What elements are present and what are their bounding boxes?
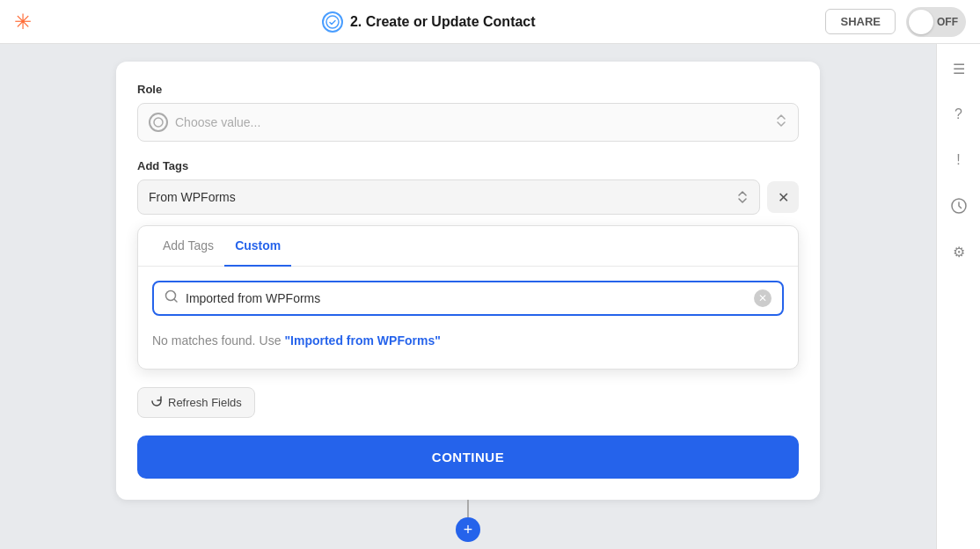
search-input-wrapper: ✕ [152, 281, 784, 316]
add-step-button[interactable]: + [456, 517, 480, 542]
form-card: Role Choose value... Add Tags [116, 62, 820, 500]
menu-icon[interactable]: ☰ [945, 55, 973, 83]
dropdown-body: ✕ No matches found. Use "Imported from W… [138, 267, 798, 369]
no-matches-text: No matches found. [152, 333, 256, 348]
add-tags-label: Add Tags [137, 159, 799, 172]
connector: + [116, 500, 820, 542]
role-arrows [775, 113, 787, 132]
app-logo: ✳ [14, 10, 32, 34]
page-title: 2. Create or Update Contact [322, 11, 536, 33]
share-button[interactable]: SHARE [825, 9, 896, 34]
tab-add-tags[interactable]: Add Tags [152, 226, 224, 267]
close-tags-button[interactable]: ✕ [767, 181, 799, 213]
step-icon [322, 11, 343, 33]
tags-dropdown-panel: Add Tags Custom ✕ [137, 225, 799, 370]
refresh-label: Refresh Fields [168, 396, 242, 409]
no-matches-link[interactable]: "Imported from WPForms" [284, 333, 440, 348]
help-icon[interactable]: ? [945, 100, 973, 128]
header: ✳ 2. Create or Update Contact SHARE OFF [0, 0, 980, 44]
role-placeholder: Choose value... [175, 115, 775, 129]
settings-icon[interactable]: ⚙ [945, 238, 973, 266]
search-icon [165, 289, 179, 307]
dropdown-tabs: Add Tags Custom [138, 226, 798, 267]
header-right: SHARE OFF [825, 7, 966, 37]
svg-point-0 [326, 16, 339, 28]
svg-point-2 [154, 118, 163, 127]
connector-line [467, 500, 469, 517]
continue-button[interactable]: CONTINUE [137, 436, 799, 479]
tags-select-arrows [736, 189, 749, 205]
toggle-circle [909, 10, 933, 34]
toggle-switch[interactable]: OFF [906, 7, 966, 37]
search-input[interactable] [186, 291, 747, 305]
refresh-icon [150, 395, 163, 410]
tags-select-value: From WPForms [149, 190, 736, 204]
refresh-fields-button[interactable]: Refresh Fields [137, 387, 255, 418]
main-content: Role Choose value... Add Tags [0, 44, 936, 549]
role-select-icon [149, 113, 168, 132]
right-sidebar: ☰ ? ! ⚙ [936, 44, 980, 549]
toggle-label: OFF [937, 16, 963, 28]
clear-icon[interactable]: ✕ [754, 289, 772, 307]
role-select[interactable]: Choose value... [137, 103, 799, 142]
role-label: Role [137, 83, 799, 96]
alert-icon[interactable]: ! [945, 146, 973, 174]
tab-custom[interactable]: Custom [224, 226, 291, 267]
no-matches-message: No matches found. Use "Imported from WPF… [152, 330, 784, 355]
no-matches-use: Use [260, 333, 282, 348]
clock-icon[interactable] [945, 192, 973, 220]
tags-select-row: From WPForms ✕ [137, 179, 799, 215]
tags-select[interactable]: From WPForms [137, 179, 760, 215]
